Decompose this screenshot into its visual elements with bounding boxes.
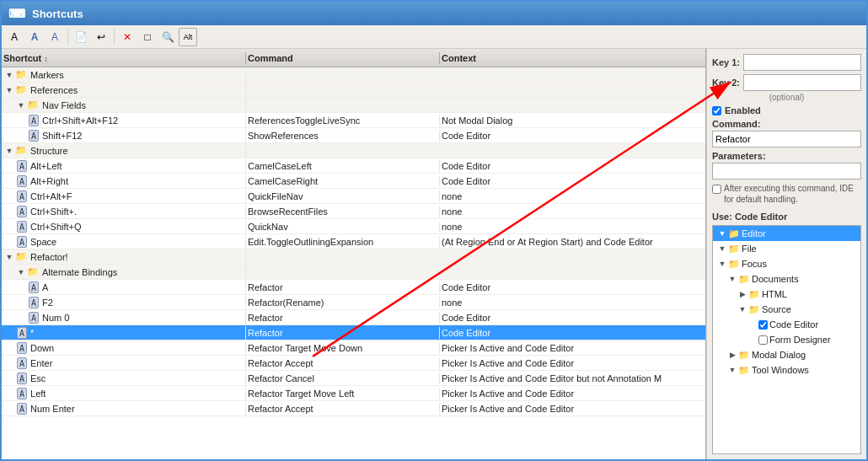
cell-context: Picker Is Active and Code Editor but not… — [440, 373, 705, 384]
shortcuts-window: ⌨ Shortcuts A A A 📄 ↩ ✕ □ 🔍 Alt Shortcut… — [0, 0, 868, 461]
table-row[interactable]: A Ctrl+Shift+Q QuickNav none — [2, 219, 705, 234]
table-row[interactable]: A Ctrl+Shift+. BrowseRecentFiles none — [2, 204, 705, 219]
folder-icon: 📁 — [27, 266, 39, 277]
shortcut-text: Alt+Left — [30, 161, 62, 171]
enabled-checkbox[interactable] — [712, 106, 721, 115]
table-row[interactable]: A Esc Refactor Cancel Picker Is Active a… — [2, 371, 705, 386]
cell-shortcut: A Num 0 — [2, 311, 246, 324]
toolbar: A A A 📄 ↩ ✕ □ 🔍 Alt — [2, 25, 866, 49]
key-icon: A — [17, 221, 27, 233]
shortcut-text: References — [30, 85, 78, 95]
table-row[interactable]: A F2 Refactor(Rename) none — [2, 295, 705, 310]
folder-icon: 📁 — [748, 304, 760, 315]
table-row[interactable]: A Left Refactor Target Move Left Picker … — [2, 386, 705, 401]
table-row[interactable]: ▼ 📁 Markers — [2, 67, 705, 83]
use-tree-item[interactable]: ▶ 📁 Modal Dialog — [713, 347, 860, 362]
expand-icon: ▼ — [718, 229, 726, 238]
command-input[interactable] — [712, 131, 861, 147]
use-tree-item[interactable]: ▼ 📁 Documents — [713, 271, 860, 287]
cell-command — [246, 74, 440, 76]
key1-label: Key 1: — [712, 57, 740, 67]
use-tree-item[interactable]: ▼ 📁 Focus — [713, 256, 860, 271]
table-row[interactable]: A Enter Refactor Accept Picker Is Active… — [2, 356, 705, 371]
toolbar-alt-btn[interactable]: Alt — [179, 28, 197, 46]
folder-icon: 📁 — [15, 84, 27, 95]
table-row[interactable]: ▼ 📁 Alternate Bindings — [2, 265, 705, 280]
toolbar-search-btn[interactable]: 🔍 — [158, 28, 177, 46]
use-tree-checkbox[interactable] — [758, 335, 768, 345]
parameters-label: Parameters: — [712, 151, 861, 161]
key-icon: A — [17, 190, 27, 202]
expand-icon: ▼ — [5, 147, 13, 155]
toolbar-copy-btn[interactable]: A — [46, 28, 64, 46]
title-icon: ⌨ — [8, 7, 25, 20]
cell-shortcut: A Ctrl+Alt+F — [2, 190, 246, 203]
command-label: Command: — [712, 119, 861, 129]
use-tree-item[interactable]: ▼ 📁 Editor — [713, 226, 860, 241]
table-row[interactable]: A Num 0 Refactor Code Editor — [2, 310, 705, 325]
table-row[interactable]: A * Refactor Code Editor — [2, 325, 705, 340]
use-tree-item[interactable]: ▼ 📁 Source — [713, 302, 860, 317]
cell-command: Refactor — [246, 312, 440, 324]
use-item-label: Focus — [742, 259, 767, 269]
table-row[interactable]: ▼ 📁 Refactor! — [2, 249, 705, 265]
table-row[interactable]: A Shift+F12 ShowReferences Code Editor — [2, 128, 705, 143]
use-tree-item[interactable]: ▶ 📁 HTML — [713, 287, 860, 302]
shortcut-text: Ctrl+Shift+Alt+F12 — [42, 115, 118, 126]
cell-command: Refactor Cancel — [246, 373, 440, 384]
toolbar-clear-btn[interactable]: □ — [138, 28, 157, 46]
use-tree-panel[interactable]: ▼ 📁 Editor ▼ 📁 File ▼ 📁 Focus ▼ 📁 Docume… — [712, 225, 861, 454]
table-row[interactable]: ▼ 📁 Nav Fields — [2, 98, 705, 113]
shortcuts-table-body[interactable]: ▼ 📁 Markers ▼ 📁 References ▼ 📁 Nav Field… — [2, 67, 705, 459]
toolbar-undo-btn[interactable]: ↩ — [92, 28, 110, 46]
col-header-shortcut[interactable]: Shortcut ↕ — [2, 52, 246, 64]
use-tree-item[interactable]: Form Designer — [713, 332, 860, 347]
toolbar-edit-btn[interactable]: A — [25, 28, 44, 46]
expand-icon: ▼ — [5, 71, 13, 79]
cell-shortcut: A Ctrl+Shift+Alt+F12 — [2, 114, 246, 127]
cell-context — [440, 271, 705, 273]
cell-context: Not Modal Dialog — [440, 115, 705, 126]
parameters-input[interactable] — [712, 163, 861, 180]
table-row[interactable]: ▼ 📁 References — [2, 83, 705, 98]
use-tree-item[interactable]: Code Editor — [713, 317, 860, 332]
cell-context — [440, 89, 705, 91]
key1-input[interactable] — [743, 54, 861, 71]
table-row[interactable]: A Ctrl+Alt+F QuickFileNav none — [2, 189, 705, 204]
toolbar-add-btn[interactable]: A — [5, 28, 24, 46]
use-tree-item[interactable]: ▼ 📁 File — [713, 241, 860, 256]
enabled-label[interactable]: Enabled — [725, 105, 761, 115]
table-row[interactable]: A A Refactor Code Editor — [2, 280, 705, 295]
table-row[interactable]: A Space Edit.ToggleOutliningExpansion (A… — [2, 234, 705, 249]
cell-context — [440, 256, 705, 258]
table-row[interactable]: ▼ 📁 Structure — [2, 143, 705, 158]
cell-context: Code Editor — [440, 175, 705, 187]
cell-shortcut: A A — [2, 281, 246, 294]
toolbar-new-btn[interactable]: 📄 — [72, 28, 90, 46]
key-icon: A — [17, 357, 27, 369]
cell-context: none — [440, 190, 705, 202]
table-row[interactable]: A Alt+Right CamelCaseRight Code Editor — [2, 174, 705, 189]
cell-command — [246, 105, 440, 106]
folder-icon: 📁 — [728, 228, 740, 239]
col-header-context[interactable]: Context — [440, 52, 692, 64]
use-tree-checkbox[interactable] — [758, 320, 768, 330]
toolbar-delete-btn[interactable]: ✕ — [118, 28, 137, 46]
cell-shortcut: A Left — [2, 387, 246, 400]
table-row[interactable]: A Ctrl+Shift+Alt+F12 ReferencesToggleLiv… — [2, 113, 705, 128]
folder-icon: 📁 — [15, 69, 27, 80]
shortcut-text: Num Enter — [30, 404, 75, 414]
table-row[interactable]: A Num Enter Refactor Accept Picker Is Ac… — [2, 401, 705, 416]
cell-context: none — [440, 206, 705, 217]
col-header-command[interactable]: Command — [246, 52, 440, 64]
cell-shortcut: ▼ 📁 Alternate Bindings — [2, 265, 246, 278]
note-row: After executing this command, IDE for de… — [712, 183, 861, 205]
expand-icon: ▼ — [728, 366, 737, 374]
shortcut-text: Ctrl+Shift+Q — [30, 222, 82, 232]
note-checkbox[interactable] — [712, 185, 721, 194]
table-row[interactable]: A Alt+Left CamelCaseLeft Code Editor — [2, 158, 705, 174]
key2-input[interactable] — [743, 74, 861, 91]
cell-command: CamelCaseRight — [246, 175, 440, 187]
use-tree-item[interactable]: ▼ 📁 Tool Windows — [713, 362, 860, 378]
table-row[interactable]: A Down Refactor Target Move Down Picker … — [2, 340, 705, 356]
